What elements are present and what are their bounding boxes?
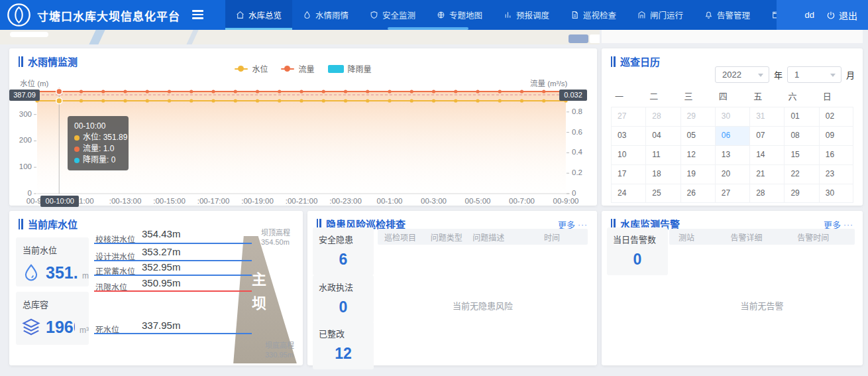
banner-toggle-fragment[interactable] (590, 34, 600, 43)
nav-item-1[interactable]: 水库总览 (225, 0, 292, 30)
risk-stat-value: 12 (313, 340, 374, 369)
risk-column-header: 时间 (537, 231, 588, 243)
calendar-day[interactable]: 08 (784, 126, 818, 145)
legend-label: 流量 (298, 63, 314, 74)
y-axis-tick: 0.2 (572, 168, 582, 176)
x-axis-tick: :00-19:00 (236, 197, 280, 205)
risk-stat-card: 已整改12 (313, 322, 374, 369)
nav-item-8[interactable]: 告警管理 (694, 0, 761, 30)
calendar-day[interactable]: 05 (680, 126, 715, 145)
calendar-day[interactable]: 01 (784, 107, 818, 126)
nav-item-4[interactable]: 专题地图 (426, 0, 493, 30)
dam-label: 主坝 (246, 272, 268, 320)
calendar-day[interactable]: 13 (715, 145, 749, 164)
calendar-day[interactable]: 28 (645, 107, 680, 126)
tooltip-series-dot (74, 135, 80, 141)
panel-risk-inspection: 隐患风险巡检排查 更多··· 安全隐患6水政执法0已整改12 巡检项目问题类型问… (307, 211, 597, 365)
current-level-value: 351.89 (46, 263, 78, 282)
risk-stat-label: 安全隐患 (313, 227, 374, 245)
risk-stat-label: 已整改 (313, 322, 374, 340)
calendar-day[interactable]: 29 (784, 184, 818, 203)
calendar-day[interactable]: 10 (611, 145, 645, 164)
calendar-day[interactable]: 30 (819, 184, 853, 203)
x-axis-tick: 00-3:00 (412, 197, 456, 205)
calendar-day[interactable]: 27 (715, 184, 749, 203)
calendar-day[interactable]: 24 (611, 184, 645, 203)
nav-item-5[interactable]: 预报调度 (493, 0, 560, 30)
water-drop-icon (21, 263, 41, 282)
weekday-label: 六 (784, 90, 818, 107)
nav-item-label: 安全监测 (382, 9, 415, 21)
calendar-day[interactable]: 31 (749, 107, 784, 126)
tooltip-row: 水位: 351.89 (74, 132, 122, 143)
nav-item-3[interactable]: 安全监测 (359, 0, 426, 30)
inspection-icon (570, 11, 579, 19)
x-axis-tick: 00-9:00 (544, 197, 588, 205)
risk-table-header: 巡检项目问题类型问题描述时间 (378, 229, 588, 245)
legend-item[interactable]: 降雨量 (328, 63, 372, 74)
title-marker-icon (19, 219, 23, 229)
calendar-day[interactable]: 19 (680, 164, 715, 184)
level-value: 350.95m (142, 277, 180, 288)
month-select[interactable]: 1 (787, 66, 841, 83)
legend-item[interactable]: 水位 (235, 63, 268, 74)
nav-item-label: 预报调度 (516, 9, 549, 21)
calendar-day[interactable]: 16 (819, 145, 853, 164)
nav-item-label: 水情雨情 (315, 9, 349, 21)
calendar-grid: 一二三四五六日 27282930310102030405060708091011… (611, 90, 853, 203)
calendar-day[interactable]: 12 (680, 145, 715, 164)
calendar-day[interactable]: 07 (749, 126, 784, 145)
logout-button[interactable]: 退出 (826, 9, 857, 22)
weekday-label: 四 (715, 90, 749, 107)
calendar-day[interactable]: 21 (749, 164, 784, 184)
bell-icon (704, 11, 713, 19)
calendar-day[interactable]: 14 (749, 145, 784, 164)
nav-item-6[interactable]: 巡视检查 (560, 0, 627, 30)
total-capacity-value: 1960 (46, 318, 75, 337)
droplet-icon (303, 11, 311, 19)
x-axis-tick: 00-7:00 (500, 197, 544, 205)
calendar-day[interactable]: 18 (645, 164, 680, 184)
calendar-day[interactable]: 27 (611, 107, 645, 126)
calendar-day[interactable]: 04 (645, 126, 680, 145)
tooltip-series-dot (74, 158, 80, 163)
calendar-day[interactable]: 15 (784, 145, 818, 164)
calendar-day[interactable]: 25 (645, 184, 680, 203)
banner-toggle-fragment[interactable] (569, 34, 588, 43)
weekday-label: 二 (645, 90, 680, 107)
y-axis-tick: 0.4 (572, 148, 582, 156)
level-line (94, 275, 252, 276)
top-navbar: 寸塘口水库大坝信息化平台 水库总览水情雨情安全监测专题地图预报调度巡视检查闸门运… (0, 0, 868, 30)
water-rain-chart[interactable]: 水位流量降雨量 水位 (m)流量 (m³/s)010020030000.20.4… (9, 48, 597, 206)
calendar-day[interactable]: 26 (680, 184, 715, 203)
hamburger-menu-icon[interactable] (192, 10, 203, 19)
calendar-day[interactable]: 03 (611, 126, 645, 145)
username[interactable]: dd (805, 10, 814, 20)
calendar-day[interactable]: 22 (784, 164, 818, 184)
nav-menu: 水库总览水情雨情安全监测专题地图预报调度巡视检查闸门运行告警管理安全运行系统管理 (225, 0, 777, 30)
legend-line-marker (235, 68, 248, 70)
risk-stat-value: 6 (313, 245, 374, 275)
year-select[interactable]: 2022 (715, 66, 769, 83)
risk-stat-card: 水政执法0 (313, 275, 374, 323)
risk-column-header: 问题描述 (466, 231, 537, 243)
calendar-day[interactable]: 20 (715, 164, 749, 184)
calendar-day[interactable]: 29 (680, 107, 715, 126)
calendar-day[interactable]: 23 (819, 164, 853, 184)
dispatch-icon (504, 11, 512, 19)
calendar-day[interactable]: 02 (819, 107, 853, 126)
y-axis-tick: 300 (12, 110, 32, 118)
panel-current-reservoir-level: 当前库水位 当前水位 351.89 m 总库容 1960 (9, 211, 303, 365)
calendar-day[interactable]: 28 (749, 184, 784, 203)
nav-item-2[interactable]: 水情雨情 (292, 0, 359, 30)
legend-item[interactable]: 流量 (281, 63, 314, 74)
calendar-day[interactable]: 17 (611, 164, 645, 184)
alarm-column-header: 测站 (669, 231, 721, 243)
calendar-day[interactable]: 11 (645, 145, 680, 164)
tooltip-series-dot (74, 147, 80, 152)
calendar-day-selected[interactable]: 06 (715, 126, 749, 145)
app-title: 寸塘口水库大坝信息化平台 (37, 7, 180, 24)
calendar-day[interactable]: 09 (819, 126, 853, 145)
nav-item-7[interactable]: 闸门运行 (627, 0, 694, 30)
calendar-day[interactable]: 30 (715, 107, 749, 126)
